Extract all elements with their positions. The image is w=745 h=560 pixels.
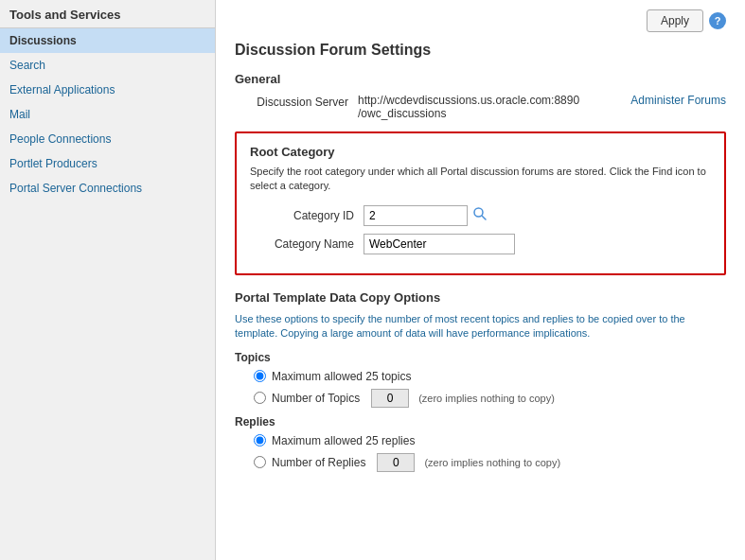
topics-number-input[interactable] [371, 389, 409, 408]
template-copy-desc: Use these options to specify the number … [235, 312, 726, 341]
sidebar-item-mail[interactable]: Mail [0, 102, 215, 127]
topics-max-label: Maximum allowed 25 topics [272, 370, 411, 383]
category-id-input[interactable] [364, 205, 468, 226]
replies-max-row: Maximum allowed 25 replies [254, 434, 726, 447]
category-name-row: Category Name [250, 234, 711, 254]
template-copy-heading: Portal Template Data Copy Options [235, 290, 726, 305]
root-category-box: Root Category Specify the root category … [235, 131, 726, 275]
replies-max-radio[interactable] [254, 434, 266, 446]
category-id-label: Category ID [250, 209, 364, 222]
sidebar-item-discussions[interactable]: Discussions [0, 28, 215, 53]
sidebar-item-external-applications[interactable]: External Applications [0, 78, 215, 102]
sidebar-title: Tools and Services [0, 0, 215, 28]
replies-number-input[interactable] [377, 453, 415, 472]
category-name-label: Category Name [250, 237, 364, 251]
category-id-row: Category ID [250, 205, 711, 226]
page-title: Discussion Forum Settings [235, 42, 726, 59]
sidebar: Tools and Services Discussions Search Ex… [0, 0, 216, 560]
root-category-title: Root Category [250, 145, 711, 159]
category-search-icon[interactable] [472, 206, 488, 224]
general-heading: General [235, 72, 726, 86]
general-server-row: Discussion Server http://wcdevdiscussion… [235, 94, 726, 120]
top-bar: Apply ? [235, 9, 726, 32]
topics-number-radio[interactable] [254, 392, 266, 404]
sidebar-item-portlet-producers[interactable]: Portlet Producers [0, 151, 215, 176]
topics-max-radio[interactable] [254, 370, 266, 382]
replies-zero-note: (zero implies nothing to copy) [424, 457, 560, 468]
sidebar-item-people-connections[interactable]: People Connections [0, 127, 215, 151]
svg-point-0 [474, 208, 483, 217]
replies-heading: Replies [235, 415, 726, 429]
category-name-input[interactable] [364, 234, 515, 254]
replies-number-row: Number of Replies (zero implies nothing … [254, 453, 726, 472]
topics-max-row: Maximum allowed 25 topics [254, 370, 726, 383]
replies-max-label: Maximum allowed 25 replies [272, 434, 415, 447]
topics-number-label: Number of Topics [272, 392, 360, 405]
replies-number-radio[interactable] [254, 456, 266, 468]
sidebar-item-search[interactable]: Search [0, 53, 215, 78]
replies-number-label: Number of Replies [272, 456, 365, 469]
server-value: http://wcdevdiscussions.us.oracle.com:88… [358, 94, 630, 120]
topics-number-row: Number of Topics (zero implies nothing t… [254, 389, 726, 408]
administer-forums-link[interactable]: Administer Forums [630, 94, 726, 107]
svg-line-1 [483, 217, 487, 220]
server-label: Discussion Server [235, 94, 358, 109]
topics-zero-note: (zero implies nothing to copy) [418, 393, 555, 404]
help-icon[interactable]: ? [709, 12, 726, 29]
root-category-desc: Specify the root category under which al… [250, 165, 711, 194]
server-url: http://wcdevdiscussions.us.oracle.com:88… [358, 94, 579, 120]
sidebar-item-portal-server-connections[interactable]: Portal Server Connections [0, 176, 215, 201]
topics-heading: Topics [235, 351, 726, 364]
main-content: Apply ? Discussion Forum Settings Genera… [216, 0, 745, 560]
apply-button[interactable]: Apply [647, 9, 703, 32]
